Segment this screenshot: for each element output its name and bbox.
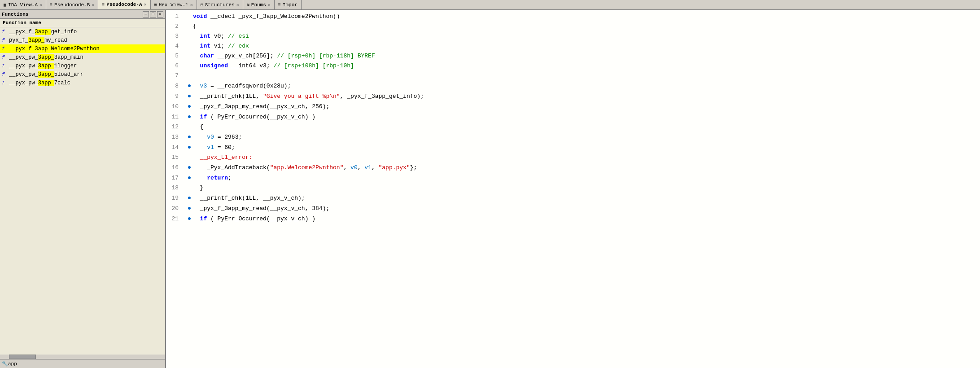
function-name-7: __pyx_pw_3app_7calc — [9, 80, 70, 86]
tab-close-ida-view-a[interactable]: ✕ — [39, 2, 42, 8]
functions-titlebar: Functions ─ □ ✕ — [0, 10, 165, 19]
function-item-5[interactable]: f__pyx_pw_3app_1logger — [0, 61, 165, 70]
line-number-14: 14 — [168, 143, 186, 153]
tab-label-structures: Structures — [205, 2, 235, 8]
code-line-14[interactable]: 14 v1 = 60; — [166, 142, 980, 153]
tab-pseudocode-b[interactable]: ≡Pseudocode-B✕ — [46, 0, 98, 9]
function-name-1: __pyx_f_3app_get_info — [9, 29, 77, 35]
code-text-21: if ( PyErr_Occurred(__pyx_v_ch) ) — [193, 214, 978, 224]
tab-label-ida-view-a: IDA View-A — [8, 2, 38, 8]
tab-label-hex-view-1: Hex View-1 — [159, 2, 188, 8]
line-number-12: 12 — [168, 122, 186, 132]
function-icon-3: f — [2, 46, 7, 52]
code-line-20[interactable]: 20 _pyx_f_3app_my_read(__pyx_v_ch, 384); — [166, 203, 980, 214]
function-item-6[interactable]: f__pyx_pw_3app_5load_arr — [0, 70, 165, 79]
function-item-3[interactable]: f__pyx_f_3app_Welcome2Pwnthon — [0, 44, 165, 53]
tab-label-enums: Enums — [251, 2, 266, 8]
breakpoint-8[interactable] — [186, 81, 193, 91]
code-line-15[interactable]: 15 __pyx_L1_error: — [166, 153, 980, 162]
tab-structures[interactable]: ⊟Structures✕ — [197, 0, 243, 9]
breakpoint-11[interactable] — [186, 112, 193, 122]
line-number-11: 11 — [168, 112, 186, 122]
function-item-7[interactable]: f__pyx_pw_3app_7calc — [0, 79, 165, 87]
code-panel: 1void __cdecl _pyx_f_3app_Welcome2Pwntho… — [166, 10, 980, 368]
tab-close-pseudocode-b[interactable]: ✕ — [92, 2, 94, 8]
line-number-5: 5 — [168, 51, 186, 61]
code-content[interactable]: 1void __cdecl _pyx_f_3app_Welcome2Pwntho… — [166, 10, 980, 368]
code-line-11[interactable]: 11 if ( PyErr_Occurred(__pyx_v_ch) ) — [166, 112, 980, 122]
code-line-19[interactable]: 19 __printf_chk(1LL, __pyx_v_ch); — [166, 193, 980, 203]
function-name-3: __pyx_f_3app_Welcome2Pwnthon — [9, 46, 100, 52]
code-line-2[interactable]: 2{ — [166, 22, 980, 31]
tab-imports[interactable]: ≡Impor — [275, 0, 302, 9]
tab-enums[interactable]: ≋Enums✕ — [243, 0, 275, 9]
breakpoint-21[interactable] — [186, 214, 193, 223]
scrollbar-thumb[interactable] — [9, 355, 36, 359]
breakpoint-16[interactable] — [186, 162, 193, 172]
tab-pseudocode-a[interactable]: ≡Pseudocode-A✕ — [98, 0, 150, 9]
breakpoint-20[interactable] — [186, 203, 193, 213]
function-list[interactable]: f__pyx_f_3app_get_infofpyx_f_3app_my_rea… — [0, 27, 165, 355]
tab-close-enums[interactable]: ✕ — [268, 2, 271, 8]
functions-title: Functions — [2, 12, 28, 17]
code-text-14: v1 = 60; — [193, 143, 978, 153]
status-icon: 🔧 — [2, 361, 8, 367]
code-line-9[interactable]: 9 __printf_chk(1LL, "Give you a gift %p\… — [166, 91, 980, 101]
tab-ida-view-a[interactable]: ▦IDA View-A✕ — [0, 0, 46, 9]
code-text-1: void __cdecl _pyx_f_3app_Welcome2Pwnthon… — [193, 12, 978, 22]
function-name-4: __pyx_pw_3app_3app_main — [9, 54, 83, 61]
function-item-4[interactable]: f__pyx_pw_3app_3app_main — [0, 53, 165, 61]
code-line-12[interactable]: 12 { — [166, 122, 980, 132]
line-number-13: 13 — [168, 132, 186, 142]
code-line-8[interactable]: 8 v3 = __readfsqword(0x28u); — [166, 81, 980, 91]
tab-label-imports: Impor — [283, 2, 298, 8]
minimize-button[interactable]: ─ — [143, 11, 149, 18]
code-line-13[interactable]: 13 v0 = 2963; — [166, 132, 980, 142]
code-line-18[interactable]: 18 } — [166, 183, 980, 193]
line-number-4: 4 — [168, 41, 186, 51]
breakpoint-17[interactable] — [186, 173, 193, 183]
close-panel-button[interactable]: ✕ — [157, 11, 163, 18]
function-item-1[interactable]: f__pyx_f_3app_get_info — [0, 27, 165, 36]
breakpoint-10[interactable] — [186, 101, 193, 111]
code-text-8: v3 = __readfsqword(0x28u); — [193, 81, 978, 91]
tab-close-structures[interactable]: ✕ — [236, 2, 239, 8]
code-line-3[interactable]: 3 int v0; // esi — [166, 31, 980, 41]
code-line-5[interactable]: 5 char __pyx_v_ch[256]; // [rsp+0h] [rbp… — [166, 51, 980, 61]
code-text-13: v0 = 2963; — [193, 132, 978, 142]
functions-scrollbar[interactable] — [0, 355, 165, 359]
line-number-18: 18 — [168, 183, 186, 193]
function-item-2[interactable]: fpyx_f_3app_my_read — [0, 36, 165, 44]
maximize-button[interactable]: □ — [150, 11, 156, 18]
code-line-10[interactable]: 10 _pyx_f_3app_my_read(__pyx_v_ch, 256); — [166, 101, 980, 112]
function-name-6: __pyx_pw_3app_5load_arr — [9, 71, 83, 78]
code-text-20: _pyx_f_3app_my_read(__pyx_v_ch, 384); — [193, 204, 978, 214]
code-line-1[interactable]: 1void __cdecl _pyx_f_3app_Welcome2Pwntho… — [166, 12, 980, 22]
line-number-8: 8 — [168, 81, 186, 91]
function-list-header: Function name — [0, 19, 165, 27]
tab-label-pseudocode-a: Pseudocode-A — [106, 2, 142, 7]
code-text-2: { — [193, 22, 978, 31]
tab-close-hex-view-1[interactable]: ✕ — [190, 2, 193, 8]
line-number-17: 17 — [168, 173, 186, 183]
function-name-5: __pyx_pw_3app_1logger — [9, 63, 77, 69]
code-text-19: __printf_chk(1LL, __pyx_v_ch); — [193, 193, 978, 203]
breakpoint-19[interactable] — [186, 193, 193, 203]
code-text-11: if ( PyErr_Occurred(__pyx_v_ch) ) — [193, 112, 978, 122]
line-number-19: 19 — [168, 193, 186, 203]
tab-hex-view-1[interactable]: ⊞Hex View-1✕ — [151, 0, 197, 9]
code-line-6[interactable]: 6 unsigned __int64 v3; // [rsp+108h] [rb… — [166, 61, 980, 71]
titlebar-buttons: ─ □ ✕ — [143, 11, 163, 18]
tab-icon-ida-view-a: ▦ — [4, 2, 6, 8]
breakpoint-9[interactable] — [186, 91, 193, 101]
code-line-17[interactable]: 17 return; — [166, 173, 980, 183]
function-icon-1: f — [2, 29, 7, 35]
breakpoint-14[interactable] — [186, 142, 193, 152]
code-line-4[interactable]: 4 int v1; // edx — [166, 41, 980, 51]
code-line-7[interactable]: 7 — [166, 71, 980, 81]
line-number-9: 9 — [168, 92, 186, 101]
breakpoint-13[interactable] — [186, 132, 193, 142]
tab-close-pseudocode-a[interactable]: ✕ — [144, 2, 147, 7]
code-line-21[interactable]: 21 if ( PyErr_Occurred(__pyx_v_ch) ) — [166, 214, 980, 224]
code-line-16[interactable]: 16 _Pyx_AddTraceback("app.Welcome2Pwntho… — [166, 162, 980, 173]
